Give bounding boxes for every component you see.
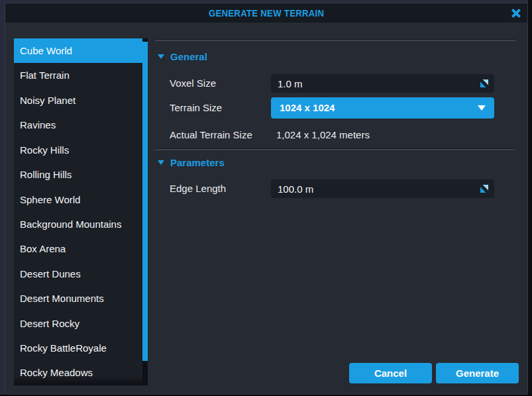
edge-length-label: Edge Length: [170, 179, 226, 198]
collapse-arrow-icon: [158, 160, 164, 165]
edge-length-input[interactable]: [271, 179, 494, 198]
dialog-title: GENERATE NEW TERRAIN: [209, 7, 324, 19]
preset-item-ravines[interactable]: Ravines: [14, 113, 142, 137]
terrain-preset-list: Cube World Flat Terrain Noisy Planet Rav…: [14, 38, 148, 385]
close-icon[interactable]: [509, 7, 523, 20]
cancel-button[interactable]: Cancel: [349, 363, 432, 383]
voxel-size-field[interactable]: [271, 74, 494, 93]
scrollbar-thumb[interactable]: [142, 42, 148, 361]
preset-item-desert-rocky[interactable]: Desert Rocky: [14, 311, 142, 336]
generate-terrain-dialog: GENERATE NEW TERRAIN Cube World Flat Ter…: [5, 3, 528, 395]
preset-item-cube-world[interactable]: Cube World: [14, 38, 142, 63]
terrain-size-label: Terrain Size: [170, 97, 222, 119]
generate-button[interactable]: Generate: [436, 363, 519, 383]
preset-item-rocky-battleroyale[interactable]: Rocky BattleRoyale: [14, 336, 142, 360]
background-app-strip-right: [528, 0, 532, 396]
preset-item-noisy-planet[interactable]: Noisy Planet: [14, 88, 142, 113]
section-header-parameters[interactable]: Parameters: [158, 156, 225, 168]
collapse-arrow-icon: [158, 54, 164, 59]
preset-item-flat-terrain[interactable]: Flat Terrain: [14, 63, 142, 87]
preset-item-desert-dunes[interactable]: Desert Dunes: [14, 262, 142, 286]
terrain-size-dropdown[interactable]: 1024 x 1024: [271, 97, 494, 119]
preset-item-rocky-meadows[interactable]: Rocky Meadows: [14, 360, 142, 385]
actual-terrain-size-value: 1,024 x 1,024 meters: [276, 128, 370, 142]
preset-item-sphere-world[interactable]: Sphere World: [14, 187, 142, 212]
screen: GENERATE NEW TERRAIN Cube World Flat Ter…: [0, 0, 532, 396]
preset-item-background-mountains[interactable]: Background Mountains: [14, 212, 142, 236]
dialog-titlebar[interactable]: GENERATE NEW TERRAIN: [5, 3, 527, 23]
edge-length-field[interactable]: [271, 179, 494, 198]
section-label: General: [170, 51, 207, 62]
voxel-size-label: Voxel Size: [170, 74, 216, 93]
section-header-general[interactable]: General: [158, 50, 207, 62]
preset-item-box-arena[interactable]: Box Arena: [14, 236, 142, 261]
drag-resize-icon[interactable]: [480, 79, 488, 87]
section-divider: [155, 148, 515, 150]
voxel-size-input[interactable]: [271, 74, 494, 93]
drag-resize-icon[interactable]: [480, 185, 488, 193]
preset-list-scrollbar[interactable]: [142, 38, 148, 385]
preset-item-rolling-hills[interactable]: Rolling Hills: [14, 162, 142, 187]
section-label: Parameters: [170, 157, 225, 168]
section-divider: [155, 39, 515, 41]
actual-terrain-size-label: Actual Terrain Size: [170, 128, 252, 142]
preset-item-desert-monuments[interactable]: Desert Monuments: [14, 286, 142, 311]
chevron-down-icon: [478, 105, 486, 111]
preset-item-rocky-hills[interactable]: Rocky Hills: [14, 138, 142, 162]
terrain-size-value: 1024 x 1024: [280, 97, 335, 119]
